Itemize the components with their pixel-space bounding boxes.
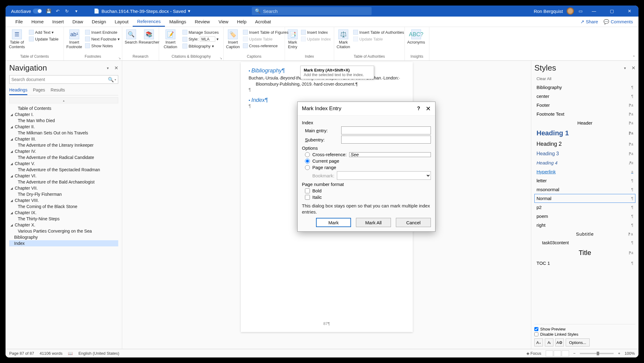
style-item-footer[interactable]: Footer⁋a (534, 101, 635, 110)
style-item-p2[interactable]: p2¶ (534, 203, 635, 212)
style-item-toc-1[interactable]: TOC 1¶ (534, 259, 635, 268)
status-language[interactable]: English (United States) (78, 351, 119, 356)
tab-mailings[interactable]: Mailings (165, 17, 190, 27)
nav-subheading-item[interactable]: The Adventure of the Bald Archaeologist (9, 179, 118, 185)
tab-help[interactable]: Help (233, 17, 251, 27)
print-layout-button[interactable] (554, 350, 561, 357)
undo-icon[interactable]: ↶ (55, 8, 60, 14)
cross-reference-radio[interactable]: Cross-reference: (305, 152, 431, 157)
style-item-title[interactable]: Title⁋a (534, 247, 635, 259)
page-range-radio[interactable]: Page range (305, 165, 431, 170)
nav-subheading-item[interactable]: The Dry-Fly Fisherman (9, 191, 118, 197)
insert-caption-button[interactable]: 🏷️Insert Caption (226, 28, 240, 49)
table-of-contents-button[interactable]: ☰Table of Contents (8, 28, 26, 49)
manage-styles-button[interactable]: A⚙ (555, 338, 564, 346)
read-mode-button[interactable] (546, 350, 553, 357)
citation-style-dropdown[interactable]: Style: MLA ▾ (182, 36, 219, 42)
nav-subheading-item[interactable]: The Man Who Died (9, 118, 118, 124)
acronyms-button[interactable]: ABC?Acronyms (407, 28, 425, 44)
nav-heading-item[interactable]: ◢ Chapter V. (9, 160, 118, 167)
tab-file[interactable]: File (11, 17, 27, 27)
tab-insert[interactable]: Insert (48, 17, 68, 27)
insert-table-of-authorities-button[interactable]: Insert Table of Authorities (353, 29, 405, 35)
search-icon[interactable]: 🔍 (108, 77, 114, 83)
save-icon[interactable]: 💾 (46, 8, 51, 14)
style-clear-all[interactable]: Clear All (534, 75, 635, 83)
nav-heading-item[interactable]: ◢ Chapter I. (9, 111, 118, 118)
maximize-button[interactable]: ▢ (605, 6, 619, 17)
insert-citation-button[interactable]: 📝Insert Citation (162, 28, 179, 49)
insert-footnote-button[interactable]: ab¹Insert Footnote (66, 28, 82, 49)
style-item-task03content[interactable]: task03content¶ (534, 238, 635, 247)
status-words[interactable]: 41106 words (40, 351, 62, 356)
style-item-center[interactable]: center¶ (534, 92, 635, 101)
tab-view[interactable]: View (214, 17, 232, 27)
tab-layout[interactable]: Layout (110, 17, 133, 27)
bookmark-select[interactable] (337, 171, 431, 180)
nav-subheading-item[interactable]: The Thirty-Nine Steps (9, 216, 118, 222)
redo-icon[interactable]: ↻ (64, 8, 70, 14)
nav-heading-item[interactable]: ◢ Chapter IV. (9, 148, 118, 154)
autosave-toggle[interactable]: AutoSave (11, 9, 42, 14)
style-item-footnote-text[interactable]: Footnote Text⁋a (534, 110, 635, 118)
nav-heading-item[interactable]: ◢ Chapter VI. (9, 173, 118, 179)
main-entry-input[interactable] (341, 126, 431, 134)
spellcheck-icon[interactable]: 📖 (68, 351, 73, 356)
style-item-poem[interactable]: poem¶ (534, 212, 635, 221)
style-inspector-button[interactable]: Aᵢ (545, 338, 553, 346)
style-item-heading-2[interactable]: Heading 2⁋a (534, 139, 635, 149)
show-notes-button[interactable]: Show Notes (84, 43, 120, 48)
zoom-level[interactable]: 100% (625, 351, 635, 356)
minimize-button[interactable]: — (587, 6, 601, 17)
tab-acrobat[interactable]: Acrobat (251, 17, 275, 27)
nav-subheading-item[interactable]: The Milkman Sets Out on his Travels (9, 130, 118, 136)
tab-references[interactable]: References (133, 17, 165, 27)
web-layout-button[interactable] (562, 350, 569, 357)
status-page[interactable]: Page 87 of 87 (9, 351, 34, 356)
nav-item-bibliography[interactable]: Bibliography (9, 234, 118, 240)
nav-tab-results[interactable]: Results (51, 86, 65, 95)
zoom-out-button[interactable]: − (573, 351, 576, 356)
nav-heading-item[interactable]: ◢ Chapter VIII. (9, 197, 118, 203)
manage-sources-button[interactable]: Manage Sources (182, 29, 219, 35)
nav-subheading-item[interactable]: Various Parties Converging on the Sea (9, 228, 118, 234)
style-item-heading-3[interactable]: Heading 3⁋a (534, 149, 635, 158)
nav-tab-pages[interactable]: Pages (33, 86, 45, 95)
chevron-down-icon[interactable]: ▾ (188, 8, 190, 14)
style-item-heading-1[interactable]: Heading 1⁋a (534, 127, 635, 139)
style-item-header[interactable]: Header⁋a (534, 118, 635, 127)
navigation-search[interactable]: 🔍▾ (9, 75, 118, 84)
qat-dropdown-icon[interactable]: ▾ (73, 8, 79, 14)
subentry-input[interactable] (341, 136, 431, 144)
search-button[interactable]: 🔍Search (125, 28, 137, 44)
mark-all-button[interactable]: Mark All (356, 218, 391, 227)
show-preview-checkbox[interactable]: Show Preview (534, 327, 635, 331)
style-item-hyperlink[interactable]: Hyperlinka (534, 167, 635, 176)
style-item-subtitle[interactable]: Subtitle⁋a (534, 230, 635, 238)
italic-checkbox[interactable]: Italic (305, 195, 431, 200)
insert-endnote-button[interactable]: Insert Endnote (84, 29, 120, 35)
researcher-button[interactable]: 📚Researcher (140, 28, 158, 44)
cancel-button[interactable]: Cancel (396, 218, 431, 227)
tab-review[interactable]: Review (190, 17, 214, 27)
add-text-button[interactable]: Add Text ▾ (28, 29, 59, 35)
dialog-help-icon[interactable]: ? (417, 106, 420, 111)
citations-launcher-icon[interactable]: ↘ (220, 56, 222, 60)
mark-button[interactable]: Mark (316, 218, 351, 227)
tab-design[interactable]: Design (88, 17, 111, 27)
toggle-pill[interactable] (33, 9, 42, 14)
cross-reference-button[interactable]: Cross-reference (242, 43, 289, 48)
dialog-close-icon[interactable]: ✕ (426, 105, 431, 112)
navigation-search-input[interactable] (11, 77, 108, 82)
style-item-right[interactable]: right¶ (534, 221, 635, 230)
nav-subheading-item[interactable]: The Coming of the Black Stone (9, 203, 118, 210)
bold-checkbox[interactable]: Bold (305, 188, 431, 193)
style-item-normal[interactable]: Normal¶ (534, 194, 635, 203)
zoom-slider[interactable] (580, 353, 614, 354)
nav-heading-item[interactable]: ◢ Chapter X. (9, 222, 118, 228)
share-button[interactable]: ↗ Share (580, 19, 598, 25)
styles-menu-icon[interactable]: ▾ (624, 66, 626, 70)
nav-item-toc[interactable]: Table of Contents (9, 105, 118, 111)
tell-me-search[interactable]: 🔍 Search (252, 7, 372, 15)
collapse-ribbon-icon[interactable]: ⌃ (632, 55, 635, 59)
